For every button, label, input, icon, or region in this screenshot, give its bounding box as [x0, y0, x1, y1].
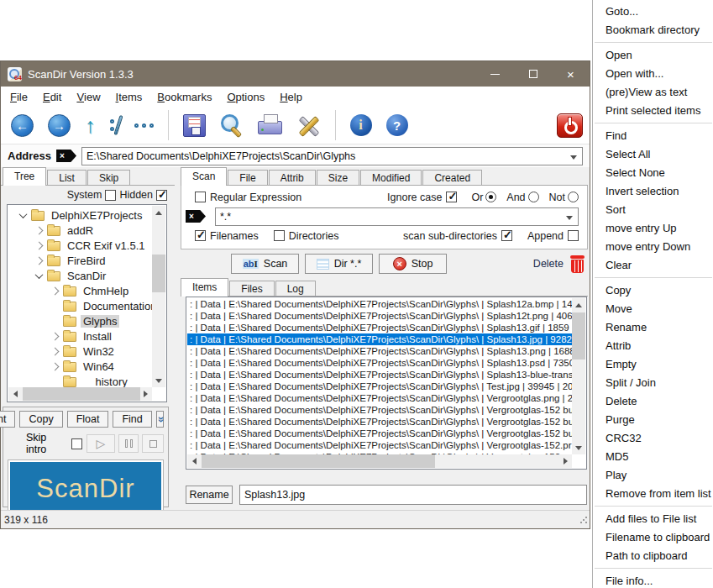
ctx-move[interactable]: Move: [593, 300, 713, 318]
ctx-play[interactable]: Play: [593, 466, 713, 485]
menu-options[interactable]: Options: [219, 87, 272, 107]
tree-node-delphixe7projects[interactable]: DelphiXE7Projects: [8, 207, 152, 223]
ctx-attrib[interactable]: Attrib: [593, 337, 713, 355]
tree-node-history[interactable]: __history: [8, 374, 152, 387]
copy-button[interactable]: Copy: [19, 411, 62, 428]
tree-vertical-scrollbar[interactable]: [152, 206, 165, 387]
ctx-select-all[interactable]: Select All: [593, 145, 713, 164]
tab-file[interactable]: File: [228, 170, 267, 186]
item-row[interactable]: : | Data | E:\Shared Documents\DelphiXE7…: [187, 322, 572, 333]
ctx-print-selected-items[interactable]: Print selected items: [593, 102, 713, 120]
ctx-select-none[interactable]: Select None: [593, 164, 713, 182]
float-button[interactable]: Float: [67, 411, 109, 428]
ctx-add-files-to-file-list[interactable]: Add files to File list: [593, 510, 713, 528]
append-checkbox[interactable]: [568, 230, 579, 241]
ctx-sort[interactable]: Sort: [593, 201, 713, 219]
item-row[interactable]: : | Data | E:\Shared Documents\DelphiXE7…: [187, 428, 572, 439]
radio-or[interactable]: Or: [471, 192, 496, 203]
chevron-expanded-icon[interactable]: [19, 210, 28, 218]
tab-attrib[interactable]: Attrib: [269, 170, 316, 186]
resize-grip-icon[interactable]: [579, 516, 588, 524]
info-icon[interactable]: i: [350, 114, 372, 136]
ctx-delete[interactable]: Delete: [593, 392, 713, 411]
tab-size[interactable]: Size: [317, 170, 359, 186]
ctx-crc32[interactable]: CRC32: [593, 429, 713, 448]
chevron-collapsed-icon[interactable]: [35, 241, 44, 249]
chevron-down-icon[interactable]: [570, 155, 577, 160]
chevron-collapsed-icon[interactable]: [51, 362, 60, 370]
stop-media-button[interactable]: [142, 434, 164, 453]
menu-edit[interactable]: Edit: [35, 87, 69, 107]
stop-button[interactable]: × Stop: [379, 254, 447, 274]
titlebar[interactable]: ScanDir Version 1.3.3 ×: [1, 61, 590, 87]
ctx-bookmark-directory[interactable]: Bookmark directory: [593, 21, 713, 39]
item-row[interactable]: : | Data | E:\Shared Documents\DelphiXE7…: [187, 345, 572, 357]
close-button[interactable]: ×: [552, 61, 590, 87]
chevron-collapsed-icon[interactable]: [51, 347, 60, 355]
tree-node-documentation[interactable]: Documentation: [8, 298, 152, 313]
tree-node-ccr-exif-v1-5-1[interactable]: CCR Exif v1.5.1: [8, 238, 152, 253]
chevron-collapsed-icon[interactable]: [35, 226, 44, 234]
skip-intro-checkbox[interactable]: [71, 438, 82, 449]
rename-input[interactable]: Splash13.jpg: [239, 485, 587, 505]
print-icon[interactable]: [258, 114, 282, 136]
radio-circle[interactable]: [568, 192, 579, 202]
find-button[interactable]: Find: [113, 411, 151, 428]
pattern-combobox[interactable]: *.*: [215, 207, 579, 226]
tree-node-firebird[interactable]: FireBird: [8, 253, 152, 268]
forward-icon[interactable]: →: [48, 114, 71, 137]
ignore-case-checkbox[interactable]: [446, 192, 457, 202]
tab-list[interactable]: List: [47, 170, 87, 186]
pause-button[interactable]: [118, 434, 139, 453]
tree-node-win64[interactable]: Win64: [8, 359, 152, 374]
dir-button[interactable]: Dir *.*: [305, 254, 373, 274]
item-row[interactable]: : | Data | E:\Shared Documents\DelphiXE7…: [187, 333, 572, 345]
ctx-move-entry-down[interactable]: move entry Down: [593, 238, 713, 256]
ctx-copy[interactable]: Copy: [593, 281, 713, 300]
item-row[interactable]: : | Data | E:\Shared Documents\DelphiXE7…: [187, 357, 572, 369]
ctx-invert-selection[interactable]: Invert selection: [593, 182, 713, 201]
item-row[interactable]: : | Data | E:\Shared Documents\DelphiXE7…: [187, 404, 572, 416]
more-chevron-button[interactable]: «: [156, 411, 164, 428]
tree-node-scandir[interactable]: ScanDir: [8, 268, 152, 283]
hidden-checkbox[interactable]: [156, 190, 167, 201]
pattern-goto-icon[interactable]: ×: [186, 210, 206, 223]
tree-node-win32[interactable]: Win32: [8, 344, 152, 359]
tab-files[interactable]: Files: [229, 281, 274, 297]
directories-checkbox[interactable]: [274, 230, 285, 241]
tree-node-glyphs[interactable]: Glyphs: [8, 313, 152, 328]
radio-circle[interactable]: [485, 192, 496, 202]
ctx-rename[interactable]: Rename: [593, 318, 713, 337]
item-row[interactable]: : | Data | E:\Shared Documents\DelphiXE7…: [187, 298, 572, 310]
radio-and[interactable]: And: [506, 192, 538, 203]
menu-bookmarks[interactable]: Bookmarks: [149, 87, 219, 107]
ctx-open-with[interactable]: Open with...: [593, 65, 713, 83]
list-vertical-scrollbar[interactable]: [572, 298, 585, 454]
trash-icon[interactable]: [570, 255, 585, 273]
radio-not[interactable]: Not: [549, 192, 579, 203]
tab-tree[interactable]: Tree: [3, 167, 46, 186]
ctx-split-join[interactable]: Split / Join: [593, 374, 713, 392]
ctx-pre-view-as-text[interactable]: (pre)View as text: [593, 83, 713, 102]
ctx-clear[interactable]: Clear: [593, 256, 713, 275]
address-combobox[interactable]: E:\Shared Documents\DelphiXE7Projects\Sc…: [81, 147, 583, 165]
filenames-checkbox[interactable]: [195, 230, 206, 241]
chevron-collapsed-icon[interactable]: [51, 332, 60, 340]
chevron-down-icon[interactable]: [566, 216, 573, 220]
radio-circle[interactable]: [528, 192, 539, 202]
up-icon[interactable]: ↑: [85, 114, 96, 137]
print-button[interactable]: Print: [0, 411, 15, 428]
tree-node-chmhelp[interactable]: ChmHelp: [8, 283, 152, 298]
ctx-goto[interactable]: Goto...: [593, 3, 713, 21]
ctx-find[interactable]: Find: [593, 127, 713, 145]
ctx-path-to-clipboard[interactable]: Path to clipboard: [593, 547, 713, 565]
item-row[interactable]: : | Data | E:\Shared Documents\DelphiXE7…: [187, 416, 572, 428]
help-icon[interactable]: ?: [386, 114, 408, 136]
ctx-open[interactable]: Open: [593, 46, 713, 65]
tools-icon[interactable]: [296, 113, 321, 137]
ctx-purge[interactable]: Purge: [593, 411, 713, 429]
subdirs-checkbox[interactable]: [501, 230, 512, 241]
power-icon[interactable]: [557, 113, 583, 138]
tree-node-install[interactable]: Install: [8, 328, 152, 344]
more-dots-icon[interactable]: [134, 113, 154, 137]
